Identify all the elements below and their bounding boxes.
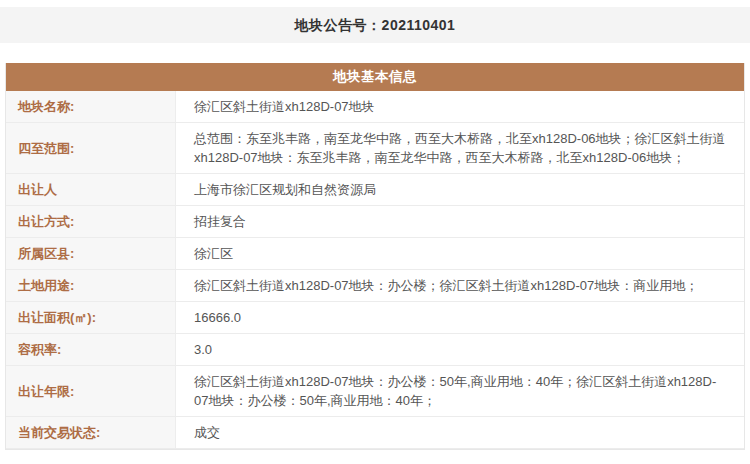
row-label: 当前交易状态: bbox=[6, 417, 176, 448]
row-value: 成交 bbox=[176, 417, 744, 448]
land-basic-info-table: 地块基本信息 地块名称: 徐汇区斜土街道xh128D-07地块 四至范围: 总范… bbox=[5, 63, 745, 450]
row-label: 地块名称: bbox=[6, 91, 176, 122]
row-value: 徐汇区斜土街道xh128D-07地块 bbox=[176, 91, 744, 122]
row-label: 四至范围: bbox=[6, 123, 176, 173]
table-row-land-use: 土地用途: 徐汇区斜土街道xh128D-07地块：办公楼；徐汇区斜土街道xh12… bbox=[6, 270, 744, 302]
row-value: 16666.0 bbox=[176, 302, 744, 333]
table-row-transaction-status: 当前交易状态: 成交 bbox=[6, 417, 744, 449]
row-value: 徐汇区斜土街道xh128D-07地块：办公楼；徐汇区斜土街道xh128D-07地… bbox=[176, 270, 744, 301]
table-row-transfer-term: 出让年限: 徐汇区斜土街道xh128D-07地块：办公楼：50年,商业用地：40… bbox=[6, 366, 744, 417]
row-value: 徐汇区 bbox=[176, 238, 744, 269]
row-value: 3.0 bbox=[176, 334, 744, 365]
row-label: 出让方式: bbox=[6, 206, 176, 237]
row-label: 所属区县: bbox=[6, 238, 176, 269]
table-row-transferor: 出让人 上海市徐汇区规划和自然资源局 bbox=[6, 174, 744, 206]
row-label: 出让面积(㎡): bbox=[6, 302, 176, 333]
row-value: 徐汇区斜土街道xh128D-07地块：办公楼：50年,商业用地：40年；徐汇区斜… bbox=[176, 366, 744, 416]
row-label: 土地用途: bbox=[6, 270, 176, 301]
row-value: 上海市徐汇区规划和自然资源局 bbox=[176, 174, 744, 205]
row-label: 出让年限: bbox=[6, 366, 176, 416]
row-value: 总范围：东至兆丰路，南至龙华中路，西至大木桥路，北至xh128D-06地块；徐汇… bbox=[176, 123, 744, 173]
row-label: 容积率: bbox=[6, 334, 176, 365]
row-value: 招挂复合 bbox=[176, 206, 744, 237]
row-label: 出让人 bbox=[6, 174, 176, 205]
announcement-bar: 地块公告号：202110401 bbox=[0, 7, 750, 43]
table-row-boundaries: 四至范围: 总范围：东至兆丰路，南至龙华中路，西至大木桥路，北至xh128D-0… bbox=[6, 123, 744, 174]
announcement-number: 地块公告号：202110401 bbox=[295, 17, 456, 33]
table-row-land-name: 地块名称: 徐汇区斜土街道xh128D-07地块 bbox=[6, 91, 744, 123]
table-row-district: 所属区县: 徐汇区 bbox=[6, 238, 744, 270]
table-row-plot-ratio: 容积率: 3.0 bbox=[6, 334, 744, 366]
table-header: 地块基本信息 bbox=[6, 63, 744, 91]
table-row-transfer-method: 出让方式: 招挂复合 bbox=[6, 206, 744, 238]
table-row-transfer-area: 出让面积(㎡): 16666.0 bbox=[6, 302, 744, 334]
